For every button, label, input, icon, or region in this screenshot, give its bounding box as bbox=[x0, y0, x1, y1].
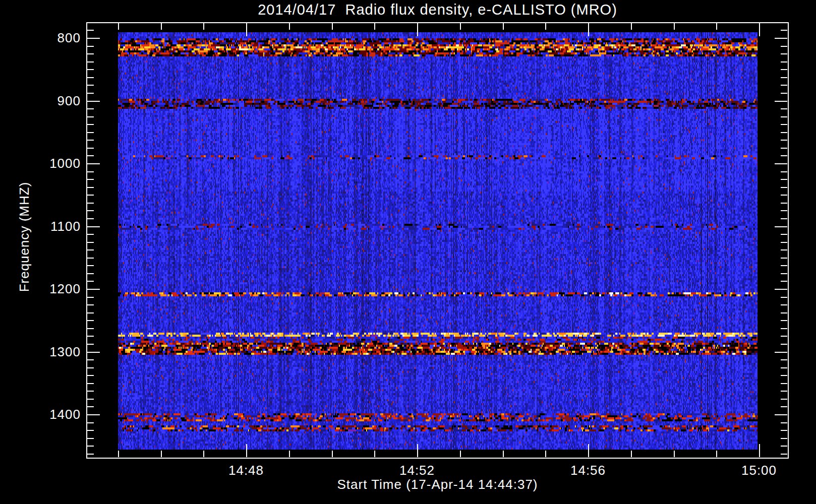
axis-tick bbox=[87, 46, 94, 47]
axis-tick bbox=[781, 140, 787, 141]
axis-tick bbox=[87, 430, 94, 431]
axis-tick bbox=[161, 451, 162, 457]
axis-tick bbox=[674, 23, 675, 30]
axis-tick bbox=[781, 273, 787, 274]
axis-tick bbox=[87, 352, 100, 353]
axis-tick bbox=[87, 61, 94, 62]
axis-tick bbox=[781, 258, 787, 259]
axis-tick bbox=[87, 367, 94, 368]
axis-tick bbox=[87, 359, 94, 360]
axis-tick bbox=[781, 187, 787, 188]
axis-tick bbox=[781, 320, 787, 321]
axis-tick bbox=[781, 336, 787, 337]
axis-tick bbox=[781, 446, 787, 447]
axis-tick bbox=[781, 242, 787, 243]
axis-tick bbox=[759, 444, 760, 457]
axis-tick bbox=[87, 304, 94, 305]
axis-tick bbox=[781, 132, 787, 133]
axis-tick bbox=[87, 249, 94, 250]
axis-tick bbox=[759, 23, 760, 36]
axis-tick bbox=[87, 187, 94, 188]
axis-tick bbox=[781, 234, 787, 235]
axis-tick bbox=[87, 328, 94, 329]
axis-tick bbox=[87, 391, 94, 392]
axis-tick bbox=[781, 297, 787, 298]
axis-tick bbox=[781, 116, 787, 117]
axis-tick bbox=[781, 30, 787, 31]
axis-tick bbox=[87, 446, 94, 447]
axis-tick bbox=[781, 304, 787, 305]
axis-tick bbox=[87, 53, 94, 54]
axis-tick bbox=[588, 23, 589, 36]
axis-tick bbox=[781, 61, 787, 62]
spectrogram-canvas bbox=[118, 32, 757, 450]
axis-tick bbox=[781, 179, 787, 180]
axis-tick bbox=[118, 23, 119, 30]
axis-tick bbox=[781, 155, 787, 156]
x-tick-label: 14:48 bbox=[228, 463, 264, 478]
axis-tick bbox=[716, 23, 717, 30]
axis-tick bbox=[781, 281, 787, 282]
axis-tick bbox=[87, 242, 94, 243]
axis-tick bbox=[87, 195, 94, 196]
axis-tick bbox=[781, 218, 787, 219]
axis-tick bbox=[631, 451, 632, 457]
plot-title: 2014/04/17 Radio flux density, e-CALLIST… bbox=[87, 2, 788, 18]
axis-tick bbox=[87, 140, 94, 141]
axis-tick bbox=[781, 69, 787, 70]
axis-tick bbox=[781, 399, 787, 400]
axis-tick bbox=[781, 203, 787, 204]
axis-tick bbox=[781, 124, 787, 125]
axis-tick bbox=[87, 108, 94, 109]
axis-tick bbox=[203, 23, 204, 30]
axis-tick bbox=[781, 312, 787, 313]
axis-tick bbox=[781, 93, 787, 94]
axis-tick bbox=[87, 258, 94, 259]
axis-tick bbox=[781, 375, 787, 376]
axis-tick bbox=[87, 203, 94, 204]
axis-tick bbox=[246, 444, 247, 457]
axis-tick bbox=[289, 23, 290, 30]
axis-tick bbox=[87, 344, 94, 345]
axis-tick bbox=[781, 195, 787, 196]
axis-tick bbox=[332, 451, 333, 457]
axis-tick bbox=[87, 132, 94, 133]
axis-tick bbox=[87, 273, 94, 274]
axis-tick bbox=[781, 108, 787, 109]
axis-tick bbox=[87, 375, 94, 376]
axis-tick bbox=[87, 438, 94, 439]
axis-tick bbox=[87, 101, 100, 102]
axis-tick bbox=[87, 155, 94, 156]
y-tick-label: 1000 bbox=[20, 156, 81, 171]
axis-tick bbox=[87, 297, 94, 298]
axis-tick bbox=[781, 406, 787, 407]
axis-tick bbox=[545, 23, 546, 30]
x-tick-label: 14:56 bbox=[570, 463, 606, 478]
axis-tick bbox=[87, 30, 94, 31]
axis-tick bbox=[460, 451, 461, 457]
axis-tick bbox=[87, 312, 94, 313]
axis-tick bbox=[775, 163, 787, 164]
axis-tick bbox=[87, 116, 94, 117]
axis-tick bbox=[545, 451, 546, 457]
y-tick-label: 1300 bbox=[20, 344, 81, 359]
axis-tick bbox=[87, 69, 94, 70]
axis-tick bbox=[87, 289, 100, 290]
x-tick-label: 15:00 bbox=[741, 463, 777, 478]
axis-tick bbox=[87, 320, 94, 321]
axis-tick bbox=[775, 101, 787, 102]
axis-tick bbox=[374, 451, 375, 457]
axis-tick bbox=[374, 23, 375, 30]
axis-tick bbox=[87, 210, 94, 211]
axis-tick bbox=[87, 383, 94, 384]
axis-tick bbox=[87, 77, 94, 78]
axis-tick bbox=[781, 359, 787, 360]
axis-tick bbox=[87, 124, 94, 125]
axis-tick bbox=[781, 430, 787, 431]
axis-tick bbox=[87, 38, 100, 39]
axis-tick bbox=[503, 23, 504, 30]
axis-tick bbox=[87, 148, 94, 149]
axis-tick bbox=[716, 451, 717, 457]
axis-tick bbox=[87, 422, 94, 423]
axis-tick bbox=[781, 265, 787, 266]
